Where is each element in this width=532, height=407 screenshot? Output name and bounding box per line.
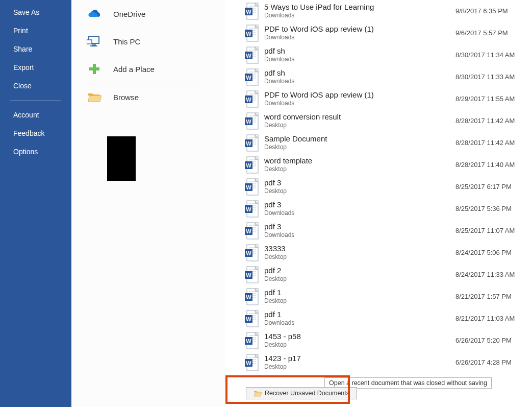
- file-location: Desktop: [264, 275, 455, 283]
- file-name: Sample Document: [264, 134, 455, 144]
- file-location: Downloads: [264, 56, 455, 64]
- file-name: pdf sh: [264, 46, 455, 56]
- file-location: Downloads: [264, 78, 455, 86]
- folder-open-icon: [254, 390, 262, 397]
- file-date: 8/25/2017 5:36 PM: [455, 205, 532, 212]
- svg-text:W: W: [246, 228, 251, 234]
- sidebar-item[interactable]: Close: [0, 77, 71, 95]
- sidebar-item[interactable]: Account: [0, 106, 71, 124]
- sidebar-item[interactable]: Options: [0, 142, 71, 161]
- location-item[interactable]: This PC: [87, 28, 225, 55]
- recent-file-row[interactable]: W word conversion resultDesktop8/28/2017…: [244, 110, 532, 132]
- recent-files-pane: W 5 Ways to Use iPad for LearningDownloa…: [225, 0, 532, 407]
- file-name: pdf 1: [264, 309, 455, 320]
- location-item[interactable]: OneDrive: [87, 0, 225, 28]
- word-doc-icon: W: [244, 200, 259, 218]
- svg-text:W: W: [246, 118, 251, 125]
- recent-file-row[interactable]: W PDF to Word iOS app review (1)Download…: [244, 22, 532, 44]
- file-name: pdf 3: [264, 178, 455, 188]
- file-location: Downloads: [264, 319, 455, 327]
- word-doc-icon: W: [244, 24, 259, 42]
- file-name: word template: [264, 156, 455, 166]
- file-name: 1423 - p17: [264, 353, 455, 364]
- file-date: 8/21/2017 1:57 PM: [455, 293, 532, 300]
- file-date: 8/29/2017 11:55 AM: [455, 95, 532, 103]
- word-doc-icon: W: [244, 90, 259, 108]
- file-location: Downloads: [264, 231, 455, 240]
- file-date: 6/26/2017 5:20 PM: [455, 337, 532, 344]
- file-name: 33333: [264, 244, 455, 254]
- recent-file-row[interactable]: W pdf 1Desktop8/21/2017 1:57 PM: [244, 285, 532, 307]
- svg-text:W: W: [246, 338, 251, 344]
- location-label: OneDrive: [113, 10, 145, 18]
- sidebar-item[interactable]: Print: [0, 21, 71, 40]
- file-name: pdf 3: [264, 200, 455, 210]
- recent-file-row[interactable]: W pdf shDownloads8/30/2017 11:34 AM: [244, 44, 532, 66]
- file-date: 8/24/2017 11:33 AM: [455, 271, 532, 278]
- file-location: Downloads: [264, 209, 455, 218]
- recent-file-row[interactable]: W pdf shDownloads8/30/2017 11:33 AM: [244, 66, 532, 88]
- file-date: 8/30/2017 11:34 AM: [455, 51, 532, 59]
- recent-file-row[interactable]: W Sample DocumentDesktop8/28/2017 11:42 …: [244, 132, 532, 154]
- file-date: 6/26/2017 4:28 PM: [455, 358, 532, 366]
- recent-file-row[interactable]: W pdf 2Desktop8/24/2017 11:33 AM: [244, 264, 532, 285]
- recent-file-row[interactable]: W 33333Desktop8/24/2017 5:06 PM: [244, 242, 532, 264]
- file-date: 8/28/2017 11:42 AM: [455, 117, 532, 125]
- svg-text:W: W: [246, 206, 251, 212]
- svg-text:W: W: [246, 75, 251, 81]
- file-location: Desktop: [264, 122, 455, 130]
- word-doc-icon: W: [244, 134, 259, 152]
- file-date: 9/8/2017 6:35 PM: [455, 7, 532, 15]
- recent-file-row[interactable]: W 5 Ways to Use iPad for LearningDownloa…: [244, 0, 532, 22]
- word-doc-icon: W: [244, 68, 259, 86]
- word-doc-icon: W: [244, 331, 259, 350]
- file-date: 8/24/2017 5:06 PM: [455, 249, 532, 256]
- recent-file-row[interactable]: W PDF to Word iOS app review (1)Download…: [244, 88, 532, 110]
- sidebar-item[interactable]: Export: [0, 58, 71, 77]
- recent-file-row[interactable]: W 1423 - p17Desktop6/26/2017 4:28 PM: [244, 351, 532, 373]
- locations-pane: OneDriveThis PCAdd a PlaceBrowse: [71, 0, 225, 407]
- word-doc-icon: W: [244, 309, 259, 328]
- recent-file-row[interactable]: W word templateDesktop8/28/2017 11:40 AM: [244, 154, 532, 176]
- recent-file-row[interactable]: W 1453 - p58Desktop6/26/2017 5:20 PM: [244, 329, 532, 351]
- file-name: PDF to Word iOS app review (1): [264, 90, 455, 100]
- sidebar-item[interactable]: Feedback: [0, 124, 71, 142]
- file-location: Desktop: [264, 363, 455, 371]
- svg-text:W: W: [246, 140, 251, 147]
- svg-rect-5: [89, 67, 99, 70]
- svg-text:W: W: [246, 250, 251, 256]
- preview-blackbox: [107, 136, 136, 181]
- file-name: 5 Ways to Use iPad for Learning: [264, 2, 455, 12]
- file-location: Downloads: [264, 100, 455, 108]
- sidebar-item[interactable]: Share: [0, 40, 71, 58]
- svg-text:W: W: [246, 53, 251, 59]
- word-doc-icon: W: [244, 222, 259, 240]
- recent-file-row[interactable]: W pdf 3Downloads8/25/2017 11:07 AM: [244, 220, 532, 242]
- recent-file-row[interactable]: W pdf 3Downloads8/25/2017 5:36 PM: [244, 198, 532, 220]
- word-doc-icon: W: [244, 156, 259, 174]
- file-location: Desktop: [264, 165, 455, 174]
- svg-text:W: W: [246, 294, 251, 300]
- file-name: word conversion result: [264, 112, 455, 122]
- word-doc-icon: W: [244, 112, 259, 130]
- file-date: 8/30/2017 11:33 AM: [455, 73, 532, 81]
- svg-rect-1: [92, 44, 96, 45]
- svg-text:W: W: [246, 97, 251, 103]
- file-date: 8/25/2017 6:17 PM: [455, 183, 532, 190]
- file-date: 8/28/2017 11:42 AM: [455, 139, 532, 147]
- file-location: Desktop: [264, 187, 455, 196]
- recent-file-row[interactable]: W pdf 1Downloads8/21/2017 11:03 AM: [244, 307, 532, 329]
- location-item[interactable]: Browse: [87, 83, 225, 111]
- word-doc-icon: W: [244, 288, 259, 306]
- svg-rect-3: [87, 40, 92, 44]
- recover-unsaved-button[interactable]: Recover Unsaved Documents: [246, 387, 357, 399]
- word-doc-icon: W: [244, 353, 259, 372]
- file-location: Desktop: [264, 253, 455, 261]
- svg-text:W: W: [246, 31, 251, 37]
- sidebar-item[interactable]: Save As: [0, 3, 71, 21]
- recent-file-row[interactable]: W pdf 3Desktop8/25/2017 6:17 PM: [244, 176, 532, 198]
- location-label: Browse: [113, 93, 139, 102]
- app-root: Save AsPrintShareExportClose AccountFeed…: [0, 0, 532, 407]
- location-item[interactable]: Add a Place: [87, 55, 225, 83]
- file-menu-sidebar: Save AsPrintShareExportClose AccountFeed…: [0, 0, 71, 407]
